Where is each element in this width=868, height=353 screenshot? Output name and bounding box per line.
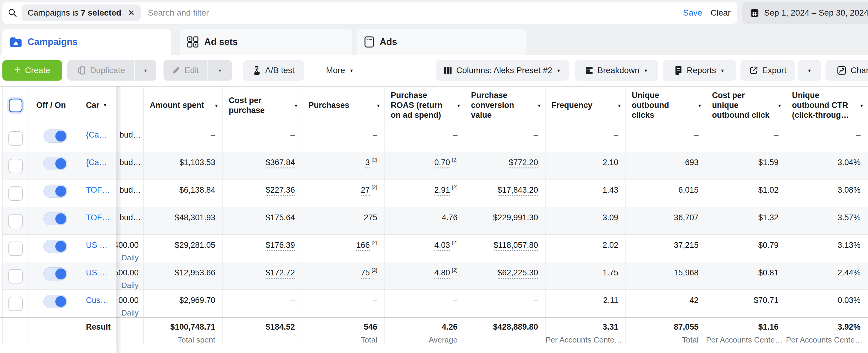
select-all-checkbox[interactable] <box>9 98 23 112</box>
campaign-link[interactable]: {Ca… <box>86 130 107 139</box>
campaign-toggle[interactable] <box>43 267 67 281</box>
toggle-cell[interactable] <box>28 290 82 317</box>
select-all-cell[interactable] <box>2 87 28 124</box>
remove-filter-icon[interactable]: ✕ <box>128 8 135 18</box>
result-sublabel: Total <box>626 335 699 345</box>
campaign-toggle[interactable] <box>43 240 67 253</box>
campaign-link[interactable]: TOF… <box>86 185 110 195</box>
metric-cell: 4.03[2] <box>385 235 465 262</box>
ab-test-button[interactable]: A/B test <box>243 60 304 81</box>
row-checkbox-cell[interactable] <box>2 262 28 290</box>
date-range-picker[interactable]: Sep 1, 2024 – Sep 30, 2024 <box>742 2 868 24</box>
row-checkbox[interactable] <box>8 214 23 228</box>
flask-icon <box>252 66 261 75</box>
metric-cell: – <box>302 290 385 317</box>
header-metric[interactable]: Cost per unique outbound click▼ <box>706 87 786 124</box>
chart-button[interactable]: Chart <box>826 60 868 81</box>
export-dropdown-button[interactable]: ▼ <box>798 60 821 81</box>
header-campaign[interactable]: Car▼ <box>82 87 117 124</box>
tab-ads[interactable]: Ads <box>357 29 526 55</box>
budget-cell: 00.00Daily <box>117 290 144 317</box>
header-metric[interactable]: Frequency▼ <box>546 87 626 124</box>
row-checkbox[interactable] <box>8 297 23 311</box>
row-checkbox-cell[interactable] <box>2 235 28 262</box>
toggle-knob <box>55 131 66 142</box>
row-checkbox[interactable] <box>8 186 23 201</box>
toggle-cell[interactable] <box>28 124 82 152</box>
metric-cell: 42 <box>626 290 706 317</box>
row-checkbox[interactable] <box>8 241 23 256</box>
campaign-link[interactable]: TOF… <box>86 213 110 222</box>
row-checkbox[interactable] <box>8 159 23 173</box>
header-metric[interactable]: Cost per purchase▼ <box>223 87 302 124</box>
row-checkbox[interactable] <box>8 269 23 284</box>
campaign-name-cell: {Ca… <box>82 124 117 152</box>
metric-cell: 2.02 <box>546 235 626 262</box>
header-metric[interactable]: Unique outbound clicks▼ <box>626 87 706 124</box>
campaign-toggle[interactable] <box>43 212 67 225</box>
budget-value: bud… <box>120 130 138 140</box>
metric-cell: 0.03% <box>786 290 868 317</box>
campaign-toggle[interactable] <box>43 184 67 198</box>
clear-filter-button[interactable]: Clear <box>711 8 731 18</box>
campaign-toggle[interactable] <box>43 157 67 170</box>
row-checkbox-cell[interactable] <box>2 124 28 152</box>
budget-cell: bud… <box>117 207 144 234</box>
campaign-name-cell: US … <box>82 262 117 290</box>
toggle-cell[interactable] <box>28 262 82 290</box>
search-and-filter-bar[interactable]: Campaigns is 7 selected ✕ Search and fil… <box>2 2 737 24</box>
budget-value: 400.00 <box>120 241 138 250</box>
budget-cell: bud… <box>117 179 144 207</box>
tab-ads-label: Ads <box>380 36 397 47</box>
edit-button[interactable]: Edit <box>163 60 208 81</box>
header-metric[interactable]: Amount spent▼ <box>144 87 223 124</box>
header-metric[interactable]: Purchase ROAS (return on ad spend)▼ <box>385 87 465 124</box>
metric-cell: 2.10 <box>546 152 626 179</box>
campaign-toggle[interactable] <box>43 129 67 143</box>
edit-dropdown-button[interactable]: ▼ <box>208 60 232 81</box>
report-doc-icon <box>674 66 683 75</box>
save-filter-button[interactable]: Save <box>683 8 702 18</box>
duplicate-dropdown-button[interactable]: ▼ <box>135 60 156 81</box>
chevron-down-icon: ▼ <box>698 103 702 108</box>
filter-chip[interactable]: Campaigns is 7 selected ✕ <box>22 4 141 21</box>
metric-cell: $17,843.20 <box>465 179 546 207</box>
duplicate-button[interactable]: Duplicate <box>67 60 134 81</box>
search-input[interactable]: Search and filter <box>148 8 683 18</box>
tab-campaigns[interactable]: Campaigns <box>2 29 171 55</box>
footnote-marker: [2] <box>372 240 377 245</box>
header-metric[interactable]: Unique outbound CTR (click-throug…▼ <box>786 87 868 124</box>
row-checkbox[interactable] <box>8 131 23 146</box>
campaign-link[interactable]: Cus… <box>86 296 108 305</box>
campaign-link[interactable]: {Ca… <box>86 158 107 167</box>
table-row: {Ca…bud…$1,103.53$367.843[2]0.70[2]$772.… <box>2 152 868 179</box>
row-checkbox-cell[interactable] <box>2 207 28 234</box>
columns-button[interactable]: Columns: Aleks Preset #2▼ <box>436 60 569 81</box>
campaign-link[interactable]: US … <box>86 241 107 249</box>
reports-button[interactable]: Reports▼ <box>662 60 736 81</box>
header-metric[interactable]: Purchases▼ <box>302 87 385 124</box>
toggle-cell[interactable] <box>28 235 82 262</box>
campaign-link[interactable]: US … <box>86 268 107 277</box>
header-metric[interactable]: Purchase conversion value▼ <box>465 87 546 124</box>
tab-campaigns-label: Campaigns <box>28 36 78 47</box>
toggle-cell[interactable] <box>28 207 82 234</box>
metric-cell: – <box>465 290 546 317</box>
row-checkbox-cell[interactable] <box>2 152 28 179</box>
metric-cell: 3.92%Per Accounts Cente… <box>786 318 868 345</box>
campaign-toggle[interactable] <box>43 295 67 308</box>
filter-chip-text: Campaigns is <box>28 8 79 18</box>
toggle-cell[interactable] <box>28 152 82 179</box>
metric-cell: 3[2] <box>302 152 385 179</box>
tab-ad-sets[interactable]: Ad sets <box>180 29 352 55</box>
toggle-cell[interactable] <box>28 179 82 207</box>
create-button[interactable]: + Create <box>2 60 62 81</box>
breakdown-button[interactable]: Breakdown▼ <box>575 60 658 81</box>
metric-cell: 36,707 <box>626 207 706 234</box>
header-budget <box>117 87 144 124</box>
row-checkbox-cell[interactable] <box>2 290 28 317</box>
metric-cell: $172.72 <box>223 262 302 290</box>
more-button[interactable]: More▼ <box>317 60 362 81</box>
export-button[interactable]: Export <box>740 60 795 81</box>
row-checkbox-cell[interactable] <box>2 179 28 207</box>
